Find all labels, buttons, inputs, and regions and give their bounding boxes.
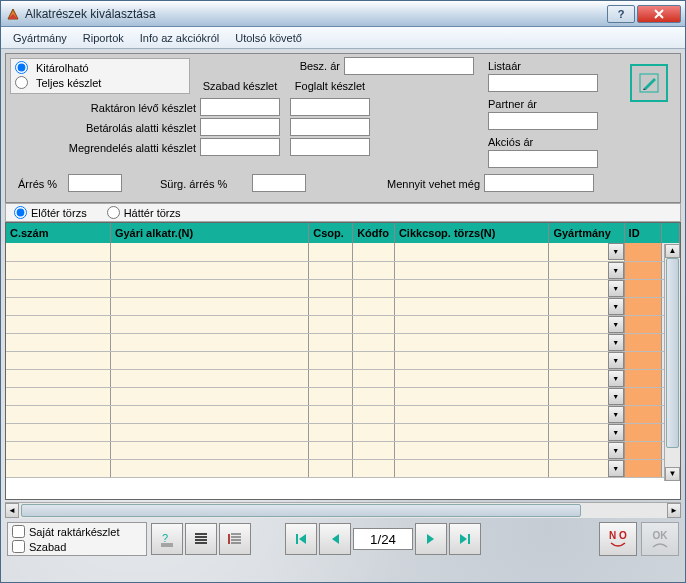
help-button[interactable]: ?: [607, 5, 635, 23]
input-akcios-ar[interactable]: [488, 150, 598, 168]
table-cell[interactable]: ▼: [549, 261, 624, 279]
pager-next-button[interactable]: [415, 523, 447, 555]
table-cell[interactable]: [309, 279, 353, 297]
table-cell[interactable]: [624, 315, 662, 333]
table-row[interactable]: ▼: [6, 351, 680, 369]
edit-button[interactable]: [630, 64, 668, 102]
table-cell[interactable]: [394, 333, 549, 351]
table-cell[interactable]: [309, 315, 353, 333]
table-cell[interactable]: [110, 441, 308, 459]
table-header-3[interactable]: Kódfo: [353, 223, 395, 243]
table-cell[interactable]: [624, 405, 662, 423]
table-cell[interactable]: [624, 297, 662, 315]
table-cell[interactable]: [110, 279, 308, 297]
table-row[interactable]: ▼: [6, 243, 680, 261]
table-cell[interactable]: ▼: [549, 297, 624, 315]
input-surg-arres[interactable]: [252, 174, 306, 192]
pager-input[interactable]: [353, 528, 413, 550]
table-cell[interactable]: [353, 423, 395, 441]
table-cell[interactable]: [394, 351, 549, 369]
input-betarolas-szabad[interactable]: [200, 118, 280, 136]
table-cell[interactable]: [624, 459, 662, 477]
dropdown-button[interactable]: ▼: [608, 406, 624, 423]
table-cell[interactable]: [353, 243, 395, 261]
table-row[interactable]: ▼: [6, 423, 680, 441]
close-button[interactable]: [637, 5, 681, 23]
dropdown-button[interactable]: ▼: [608, 424, 624, 441]
table-cell[interactable]: [624, 279, 662, 297]
table-cell[interactable]: [624, 261, 662, 279]
table-cell[interactable]: [394, 279, 549, 297]
dropdown-button[interactable]: ▼: [608, 334, 624, 351]
radio-teljes[interactable]: [15, 76, 28, 89]
scroll-up-arrow[interactable]: ▲: [665, 244, 680, 258]
pager-last-button[interactable]: [449, 523, 481, 555]
table-cell[interactable]: [309, 261, 353, 279]
table-header-5[interactable]: Gyártmány: [549, 223, 624, 243]
dropdown-button[interactable]: ▼: [608, 316, 624, 333]
radio-eloter[interactable]: [14, 206, 27, 219]
table-cell[interactable]: [353, 369, 395, 387]
table-cell[interactable]: [394, 441, 549, 459]
table-cell[interactable]: [110, 369, 308, 387]
table-cell[interactable]: [353, 387, 395, 405]
table-cell[interactable]: [110, 261, 308, 279]
table-cell[interactable]: [6, 423, 110, 441]
table-cell[interactable]: [6, 351, 110, 369]
table-cell[interactable]: [394, 423, 549, 441]
table-cell[interactable]: [110, 243, 308, 261]
no-button[interactable]: N O: [599, 522, 637, 556]
input-raktaron-szabad[interactable]: [200, 98, 280, 116]
radio-kitarolhato[interactable]: [15, 61, 28, 74]
checkbox-sajat[interactable]: [12, 525, 25, 538]
table-cell[interactable]: [624, 351, 662, 369]
table-cell[interactable]: [353, 279, 395, 297]
table-cell[interactable]: [353, 297, 395, 315]
dropdown-button[interactable]: ▼: [608, 460, 624, 477]
table-cell[interactable]: [309, 243, 353, 261]
input-partner-ar[interactable]: [488, 112, 598, 130]
dropdown-button[interactable]: ▼: [608, 298, 624, 315]
table-cell[interactable]: [353, 441, 395, 459]
table-cell[interactable]: [309, 333, 353, 351]
table-cell[interactable]: ▼: [549, 315, 624, 333]
table-row[interactable]: ▼: [6, 459, 680, 477]
table-cell[interactable]: [6, 315, 110, 333]
table-header-6[interactable]: ID: [624, 223, 662, 243]
table-cell[interactable]: [394, 387, 549, 405]
vertical-scrollbar[interactable]: ▲ ▼: [664, 244, 680, 481]
table-row[interactable]: ▼: [6, 441, 680, 459]
table-cell[interactable]: [624, 369, 662, 387]
dropdown-button[interactable]: ▼: [608, 370, 624, 387]
table-cell[interactable]: [6, 333, 110, 351]
table-cell[interactable]: [110, 297, 308, 315]
scroll-thumb-horizontal[interactable]: [21, 504, 581, 517]
input-betarolas-foglalt[interactable]: [290, 118, 370, 136]
table-cell[interactable]: ▼: [549, 441, 624, 459]
scroll-left-arrow[interactable]: ◄: [5, 503, 19, 518]
radio-hatter[interactable]: [107, 206, 120, 219]
table-row[interactable]: ▼: [6, 261, 680, 279]
table-cell[interactable]: [624, 243, 662, 261]
menu-utolso[interactable]: Utolsó követő: [227, 30, 310, 46]
table-cell[interactable]: [6, 297, 110, 315]
ok-button[interactable]: OK: [641, 522, 679, 556]
dropdown-button[interactable]: ▼: [608, 352, 624, 369]
input-raktaron-foglalt[interactable]: [290, 98, 370, 116]
table-cell[interactable]: [110, 405, 308, 423]
pager-first-button[interactable]: [285, 523, 317, 555]
table-header-1[interactable]: Gyári alkatr.(N): [110, 223, 308, 243]
table-cell[interactable]: [6, 387, 110, 405]
table-cell[interactable]: [309, 423, 353, 441]
table-cell[interactable]: ▼: [549, 279, 624, 297]
table-cell[interactable]: ▼: [549, 405, 624, 423]
table-header-4[interactable]: Cikkcsop. törzs(N): [394, 223, 549, 243]
table-cell[interactable]: [353, 333, 395, 351]
pager-prev-button[interactable]: [319, 523, 351, 555]
table-row[interactable]: ▼: [6, 333, 680, 351]
input-megrendeles-foglalt[interactable]: [290, 138, 370, 156]
dropdown-button[interactable]: ▼: [608, 442, 624, 459]
table-cell[interactable]: [110, 351, 308, 369]
input-mennyit[interactable]: [484, 174, 594, 192]
table-cell[interactable]: ▼: [549, 333, 624, 351]
